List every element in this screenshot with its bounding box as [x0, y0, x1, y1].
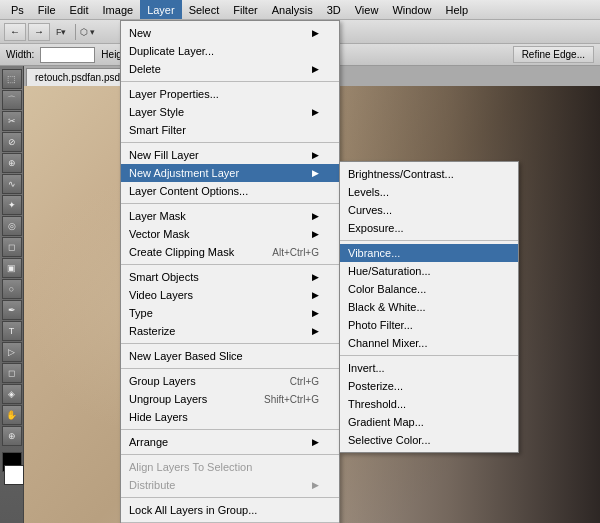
tool-shape[interactable]: ◻	[2, 363, 22, 383]
tool-marquee[interactable]: ⬚	[2, 69, 22, 89]
tool-crop[interactable]: ✂	[2, 111, 22, 131]
menu-file[interactable]: File	[31, 0, 63, 19]
tool-path-select[interactable]: ▷	[2, 342, 22, 362]
menu-layer-content-options[interactable]: Layer Content Options...	[121, 182, 339, 200]
separator-4	[121, 264, 339, 265]
adj-selective-color[interactable]: Selective Color...	[340, 431, 518, 449]
tool-3d[interactable]: ◈	[2, 384, 22, 404]
menu-layer-new[interactable]: New ▶	[121, 24, 339, 42]
tools-panel: ⬚ ⌒ ✂ ⊘ ⊕ ∿ ✦ ◎ ◻ ▣ ○ ✒ T ▷ ◻ ◈ ✋ ⊕	[0, 66, 24, 523]
separator-9	[121, 497, 339, 498]
tool-lasso[interactable]: ⌒	[2, 90, 22, 110]
adj-gradient-map[interactable]: Gradient Map...	[340, 413, 518, 431]
arrow-icon: ▶	[312, 28, 319, 38]
tool-zoom[interactable]: ⊕	[2, 426, 22, 446]
arrow-icon: ▶	[312, 290, 319, 300]
adj-exposure[interactable]: Exposure...	[340, 219, 518, 237]
adj-brightness-contrast[interactable]: Brightness/Contrast...	[340, 165, 518, 183]
tool-hand[interactable]: ✋	[2, 405, 22, 425]
menu-new-layer-slice[interactable]: New Layer Based Slice	[121, 347, 339, 365]
adj-color-balance[interactable]: Color Balance...	[340, 280, 518, 298]
menu-help[interactable]: Help	[439, 0, 476, 19]
arrow-icon: ▶	[312, 229, 319, 239]
menu-align-layers[interactable]: Align Layers To Selection	[121, 458, 339, 476]
tool-type[interactable]: T	[2, 321, 22, 341]
adj-curves[interactable]: Curves...	[340, 201, 518, 219]
arrow-icon: ▶	[312, 480, 319, 490]
separator-7	[121, 429, 339, 430]
menubar: Ps File Edit Image Layer Select Filter A…	[0, 0, 600, 20]
adj-channel-mixer[interactable]: Channel Mixer...	[340, 334, 518, 352]
arrow-icon: ▶	[312, 107, 319, 117]
menu-rasterize[interactable]: Rasterize ▶	[121, 322, 339, 340]
tool-eyedropper[interactable]: ⊘	[2, 132, 22, 152]
adj-threshold[interactable]: Threshold...	[340, 395, 518, 413]
menu-layer-delete[interactable]: Delete ▶	[121, 60, 339, 78]
arrow-icon: ▶	[312, 211, 319, 221]
menu-analysis[interactable]: Analysis	[265, 0, 320, 19]
menu-3d[interactable]: 3D	[320, 0, 348, 19]
menu-filter[interactable]: Filter	[226, 0, 264, 19]
menu-lock-all-layers[interactable]: Lock All Layers in Group...	[121, 501, 339, 519]
separator-2	[121, 142, 339, 143]
menu-view[interactable]: View	[348, 0, 386, 19]
menu-vector-mask[interactable]: Vector Mask ▶	[121, 225, 339, 243]
menu-ps[interactable]: Ps	[4, 0, 31, 19]
menu-select[interactable]: Select	[182, 0, 227, 19]
menu-group-layers[interactable]: Group Layers Ctrl+G	[121, 372, 339, 390]
adj-sep-1	[340, 240, 518, 241]
adj-invert[interactable]: Invert...	[340, 359, 518, 377]
menu-video-layers[interactable]: Video Layers ▶	[121, 286, 339, 304]
adj-vibrance[interactable]: Vibrance...	[340, 244, 518, 262]
menu-layer-duplicate[interactable]: Duplicate Layer...	[121, 42, 339, 60]
adj-photo-filter[interactable]: Photo Filter...	[340, 316, 518, 334]
tool-heal[interactable]: ⊕	[2, 153, 22, 173]
arrow-icon: ▶	[312, 326, 319, 336]
menu-hide-layers[interactable]: Hide Layers	[121, 408, 339, 426]
tool-eraser[interactable]: ◻	[2, 237, 22, 257]
menu-edit[interactable]: Edit	[63, 0, 96, 19]
separator-1	[121, 81, 339, 82]
menu-ungroup-layers[interactable]: Ungroup Layers Shift+Ctrl+G	[121, 390, 339, 408]
width-input[interactable]	[40, 47, 95, 63]
menu-new-fill-layer[interactable]: New Fill Layer ▶	[121, 146, 339, 164]
menu-smart-objects[interactable]: Smart Objects ▶	[121, 268, 339, 286]
background-color[interactable]	[4, 465, 24, 485]
tool-brush[interactable]: ∿	[2, 174, 22, 194]
separator-6	[121, 368, 339, 369]
menu-type[interactable]: Type ▶	[121, 304, 339, 322]
adj-layer-submenu: Brightness/Contrast... Levels... Curves.…	[339, 161, 519, 453]
tool-clone[interactable]: ✦	[2, 195, 22, 215]
separator-5	[121, 343, 339, 344]
menu-layer-style[interactable]: Layer Style ▶	[121, 103, 339, 121]
tool-history[interactable]: ◎	[2, 216, 22, 236]
menu-layer-mask[interactable]: Layer Mask ▶	[121, 207, 339, 225]
menu-arrange[interactable]: Arrange ▶	[121, 433, 339, 451]
width-label: Width:	[6, 49, 34, 60]
adj-sep-2	[340, 355, 518, 356]
tool-dodge[interactable]: ○	[2, 279, 22, 299]
toolbar-btn-back[interactable]: ←	[4, 23, 26, 41]
menu-new-adjustment-layer[interactable]: New Adjustment Layer ▶ Brightness/Contra…	[121, 164, 339, 182]
toolbar-separator	[75, 24, 76, 40]
tool-pen[interactable]: ✒	[2, 300, 22, 320]
arrow-icon: ▶	[312, 150, 319, 160]
menu-distribute[interactable]: Distribute ▶	[121, 476, 339, 494]
separator-3	[121, 203, 339, 204]
arrow-icon: ▶	[312, 272, 319, 282]
adj-posterize[interactable]: Posterize...	[340, 377, 518, 395]
menu-image[interactable]: Image	[96, 0, 141, 19]
toolbar-btn-forward[interactable]: →	[28, 23, 50, 41]
arrow-icon: ▶	[312, 168, 319, 178]
tool-gradient[interactable]: ▣	[2, 258, 22, 278]
menu-smart-filter[interactable]: Smart Filter	[121, 121, 339, 139]
menu-layer-properties[interactable]: Layer Properties...	[121, 85, 339, 103]
menu-window[interactable]: Window	[385, 0, 438, 19]
menu-layer[interactable]: Layer	[140, 0, 182, 19]
adj-levels[interactable]: Levels...	[340, 183, 518, 201]
refine-edge-button[interactable]: Refine Edge...	[513, 46, 594, 63]
menu-create-clipping-mask[interactable]: Create Clipping Mask Alt+Ctrl+G	[121, 243, 339, 261]
adj-black-white[interactable]: Black & White...	[340, 298, 518, 316]
arrow-icon: ▶	[312, 437, 319, 447]
adj-hue-saturation[interactable]: Hue/Saturation...	[340, 262, 518, 280]
